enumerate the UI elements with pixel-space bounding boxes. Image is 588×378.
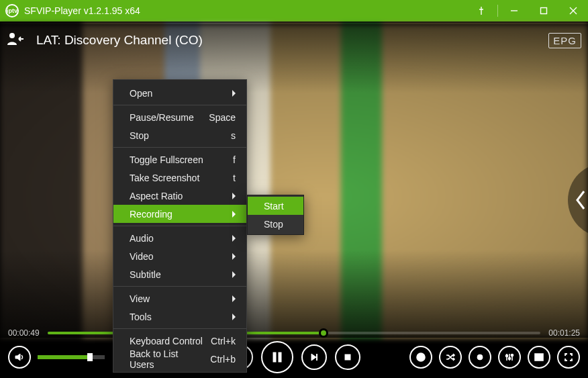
volume-knob[interactable] bbox=[87, 353, 93, 361]
epg-button[interactable]: EPG bbox=[548, 33, 581, 48]
menu-label: View bbox=[130, 293, 150, 304]
menu-separator bbox=[113, 286, 246, 287]
svg-point-1 bbox=[9, 33, 15, 38]
menu-label: Stop bbox=[264, 219, 283, 230]
recording-submenu: Start Stop bbox=[247, 195, 304, 235]
progress-knob[interactable] bbox=[319, 328, 328, 338]
next-button[interactable] bbox=[301, 344, 327, 370]
menu-stop[interactable]: Stops bbox=[113, 126, 246, 144]
menu-label: Pause/Resume bbox=[130, 112, 194, 123]
menu-recording[interactable]: Recording bbox=[113, 205, 246, 223]
menu-label: Video bbox=[130, 251, 154, 262]
record-button[interactable] bbox=[469, 346, 491, 369]
menu-label: Tools bbox=[130, 312, 152, 322]
volume-group bbox=[8, 346, 105, 369]
menu-label: Recording bbox=[130, 209, 173, 220]
player-area[interactable]: LAT: Discovery Channel (CO) EPG Open Pau… bbox=[0, 21, 588, 378]
center-controls bbox=[228, 341, 360, 373]
chevron-right-icon bbox=[232, 193, 236, 199]
menu-separator bbox=[113, 226, 246, 226]
menu-subtitle[interactable]: Subtitle bbox=[113, 265, 246, 283]
fullscreen-button[interactable] bbox=[557, 346, 580, 369]
chevron-right-icon bbox=[232, 235, 236, 242]
channel-title: LAT: Discovery Channel (CO) bbox=[36, 33, 203, 48]
app-window: iptv SFVIP-Player v1.2.1.95 x64 LAT: Dis… bbox=[0, 0, 588, 378]
svg-rect-4 bbox=[345, 355, 350, 360]
context-menu: Open Pause/ResumeSpace Stops Toggle Full… bbox=[113, 79, 247, 373]
shuffle-button[interactable] bbox=[439, 346, 462, 369]
titlebar: iptv SFVIP-Player v1.2.1.95 x64 bbox=[0, 0, 588, 21]
menu-label: Open bbox=[130, 88, 152, 99]
pip-button[interactable] bbox=[528, 346, 550, 369]
time-current: 00:00:49 bbox=[8, 328, 40, 338]
submenu-start[interactable]: Start bbox=[248, 197, 303, 215]
menu-keyboard-control[interactable]: Keyboard ControlCtrl+k bbox=[113, 332, 246, 350]
svg-point-6 bbox=[477, 355, 483, 360]
history-button[interactable] bbox=[409, 346, 432, 369]
menu-label: Aspect Ratio bbox=[130, 191, 183, 201]
app-title: SFVIP-Player v1.2.1.95 x64 bbox=[24, 5, 467, 16]
close-button[interactable] bbox=[558, 0, 588, 21]
menu-shortcut: s bbox=[223, 130, 236, 141]
titlebar-separator bbox=[497, 5, 498, 17]
pin-button[interactable] bbox=[467, 0, 496, 21]
menu-label: Take Screenshot bbox=[130, 173, 199, 183]
menu-toggle-fullscreen[interactable]: Toggle Fullscreenf bbox=[113, 150, 246, 169]
menu-audio[interactable]: Audio bbox=[113, 229, 246, 247]
app-icon: iptv bbox=[5, 4, 19, 17]
stop-button[interactable] bbox=[335, 344, 360, 370]
chevron-right-icon bbox=[232, 90, 236, 97]
equalizer-button[interactable] bbox=[498, 346, 521, 369]
menu-separator bbox=[113, 105, 246, 105]
play-pause-button[interactable] bbox=[261, 341, 293, 373]
maximize-button[interactable] bbox=[529, 0, 558, 21]
menu-label: Audio bbox=[130, 233, 154, 244]
user-back-icon[interactable] bbox=[7, 32, 24, 49]
progress-row: 00:00:49 00:01:25 bbox=[8, 327, 580, 339]
menu-aspect-ratio[interactable]: Aspect Ratio bbox=[113, 187, 246, 205]
chevron-right-icon bbox=[232, 314, 236, 320]
menu-video[interactable]: Video bbox=[113, 247, 246, 265]
minimize-button[interactable] bbox=[499, 0, 529, 21]
menu-open[interactable]: Open bbox=[113, 84, 246, 102]
menu-label: Keyboard Control bbox=[130, 336, 203, 346]
menu-view[interactable]: View bbox=[113, 289, 246, 308]
svg-rect-0 bbox=[541, 8, 547, 14]
menu-separator bbox=[113, 328, 246, 329]
controls-bar bbox=[8, 343, 580, 371]
menu-shortcut: Ctrl+k bbox=[203, 336, 236, 346]
svg-rect-3 bbox=[279, 352, 281, 362]
chevron-right-icon bbox=[232, 295, 236, 302]
svg-point-8 bbox=[509, 358, 511, 360]
menu-label: Back to List Users bbox=[130, 348, 202, 370]
svg-rect-2 bbox=[273, 352, 276, 362]
menu-tools[interactable]: Tools bbox=[113, 308, 246, 326]
chevron-right-icon bbox=[232, 253, 236, 260]
mute-button[interactable] bbox=[8, 346, 31, 369]
menu-label: Subtitle bbox=[130, 269, 161, 280]
chevron-right-icon bbox=[232, 211, 236, 218]
menu-back-to-list[interactable]: Back to List UsersCtrl+b bbox=[113, 350, 246, 368]
submenu-stop[interactable]: Stop bbox=[248, 215, 303, 233]
menu-shortcut: f bbox=[225, 154, 236, 165]
chevron-right-icon bbox=[232, 271, 236, 278]
menu-label: Stop bbox=[130, 130, 149, 141]
menu-separator bbox=[113, 147, 246, 148]
volume-fill bbox=[38, 355, 90, 359]
svg-rect-11 bbox=[538, 357, 542, 360]
volume-slider[interactable] bbox=[38, 355, 105, 359]
menu-label: Toggle Fullscreen bbox=[130, 154, 203, 165]
menu-take-screenshot[interactable]: Take Screenshott bbox=[113, 169, 246, 187]
right-controls bbox=[409, 346, 580, 369]
menu-shortcut: Ctrl+b bbox=[202, 354, 236, 365]
time-total: 00:01:25 bbox=[548, 328, 580, 338]
video-vignette bbox=[0, 24, 588, 338]
top-overlay: LAT: Discovery Channel (CO) EPG bbox=[7, 27, 581, 54]
svg-point-7 bbox=[506, 355, 508, 357]
svg-point-9 bbox=[511, 355, 513, 357]
menu-label: Start bbox=[264, 201, 284, 211]
menu-pause-resume[interactable]: Pause/ResumeSpace bbox=[113, 108, 246, 126]
menu-shortcut: Space bbox=[201, 112, 236, 123]
menu-shortcut: t bbox=[225, 173, 236, 183]
